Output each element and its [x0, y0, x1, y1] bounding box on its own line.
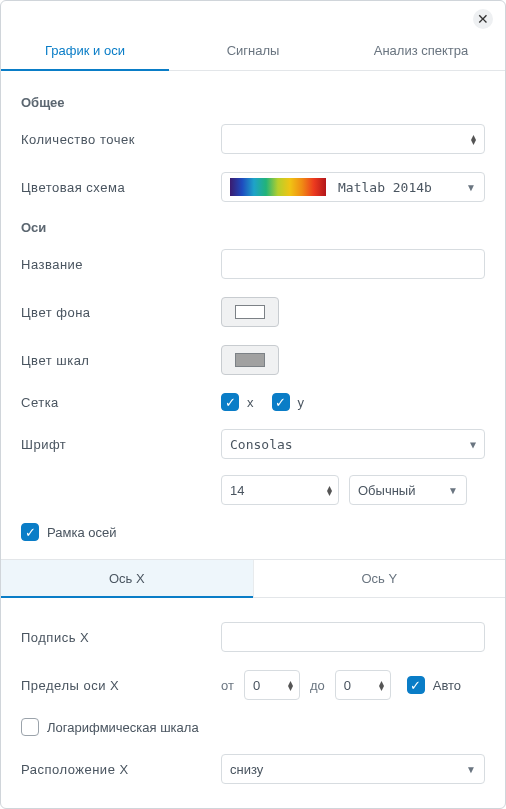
grid-y-checkbox[interactable]: ✓: [272, 393, 290, 411]
tab-label: Ось Y: [361, 571, 397, 586]
section-axes: Оси: [21, 220, 485, 235]
scale-color-swatch: [235, 353, 265, 367]
axis-x-position-value: снизу: [230, 762, 263, 777]
num-points-select[interactable]: ▴▾: [221, 124, 485, 154]
tab-graph-axes[interactable]: График и оси: [1, 31, 169, 70]
font-size-value: 14: [230, 483, 244, 498]
close-button[interactable]: ✕: [473, 9, 493, 29]
bg-color-swatch: [235, 305, 265, 319]
tab-label: Анализ спектра: [374, 43, 469, 58]
grid-x-checkbox[interactable]: ✓: [221, 393, 239, 411]
limit-from-value: 0: [253, 678, 260, 693]
label-scale-color: Цвет шкал: [21, 353, 221, 368]
updown-icon: ▴▾: [471, 134, 476, 144]
log-scale-checkbox[interactable]: [21, 718, 39, 736]
limit-to-spinner[interactable]: 0 ▴▾: [335, 670, 391, 700]
tab-label: График и оси: [45, 43, 125, 58]
tab-label: Сигналы: [227, 43, 280, 58]
title-input[interactable]: [221, 249, 485, 279]
chevron-down-icon: ▼: [466, 182, 476, 193]
updown-icon: ▴▾: [288, 680, 293, 690]
axes-frame-label: Рамка осей: [47, 525, 116, 540]
color-scheme-value: Matlab 2014b: [338, 180, 432, 195]
axis-x-position-select[interactable]: снизу ▼: [221, 754, 485, 784]
close-icon: ✕: [477, 12, 489, 26]
label-axis-x-limits: Пределы оси X: [21, 678, 221, 693]
limits-auto-label: Авто: [433, 678, 461, 693]
bg-color-button[interactable]: [221, 297, 279, 327]
tab-axis-y[interactable]: Ось Y: [254, 560, 506, 597]
color-scheme-select[interactable]: Matlab 2014b ▼: [221, 172, 485, 202]
label-color-scheme: Цветовая схема: [21, 180, 221, 195]
limit-to-value: 0: [344, 678, 351, 693]
tab-axis-x[interactable]: Ось X: [1, 560, 254, 597]
updown-icon: ▴▾: [327, 485, 332, 495]
label-num-points: Количество точек: [21, 132, 221, 147]
color-gradient-preview: [230, 178, 326, 196]
grid-x-label: x: [247, 395, 254, 410]
section-general: Общее: [21, 95, 485, 110]
label-from: от: [221, 678, 234, 693]
label-title: Название: [21, 257, 221, 272]
tab-signals[interactable]: Сигналы: [169, 31, 337, 70]
scale-color-button[interactable]: [221, 345, 279, 375]
label-bg-color: Цвет фона: [21, 305, 221, 320]
log-scale-label: Логарифмическая шкала: [47, 720, 199, 735]
limit-from-spinner[interactable]: 0 ▴▾: [244, 670, 300, 700]
chevron-down-icon: ▼: [470, 439, 476, 450]
label-font: Шрифт: [21, 437, 221, 452]
font-family-value: Consolas: [230, 437, 293, 452]
font-weight-select[interactable]: Обычный ▼: [349, 475, 467, 505]
label-grid: Сетка: [21, 395, 221, 410]
label-axis-x-caption: Подпись X: [21, 630, 221, 645]
font-size-spinner[interactable]: 14 ▴▾: [221, 475, 339, 505]
tab-spectrum[interactable]: Анализ спектра: [337, 31, 505, 70]
label-axis-x-position: Расположение X: [21, 762, 221, 777]
font-weight-value: Обычный: [358, 483, 415, 498]
main-tabs: График и оси Сигналы Анализ спектра: [1, 31, 505, 71]
axis-x-caption-input[interactable]: [221, 622, 485, 652]
axes-frame-checkbox[interactable]: ✓: [21, 523, 39, 541]
grid-y-label: y: [298, 395, 305, 410]
limits-auto-checkbox[interactable]: ✓: [407, 676, 425, 694]
tab-label: Ось X: [109, 571, 145, 586]
axis-tabs: Ось X Ось Y: [1, 559, 505, 598]
label-to: до: [310, 678, 325, 693]
updown-icon: ▴▾: [379, 680, 384, 690]
chevron-down-icon: ▼: [466, 764, 476, 775]
chevron-down-icon: ▼: [448, 485, 458, 496]
font-family-select[interactable]: Consolas ▼: [221, 429, 485, 459]
